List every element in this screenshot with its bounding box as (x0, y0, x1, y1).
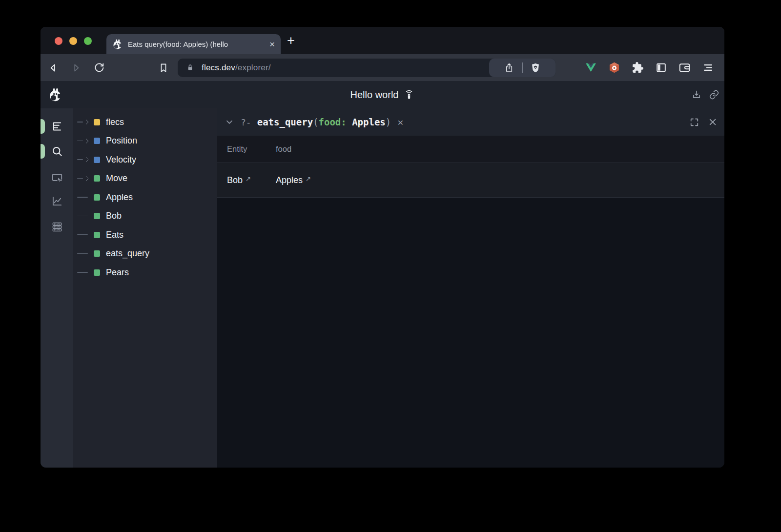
url-text: flecs.dev/explorer/ (202, 63, 271, 73)
tree-item-flecs[interactable]: flecs (73, 113, 217, 132)
results-table-row: Bob↗ Apples↗ (217, 163, 724, 198)
tree-item-label: Move (106, 173, 127, 184)
leaf-connector (77, 212, 90, 220)
results-table-header: Entity food (217, 136, 724, 163)
tree-item-label: Pears (106, 267, 129, 278)
tree-item-label: Bob (106, 211, 122, 221)
entity-color-swatch (94, 194, 100, 201)
tree-item-eats[interactable]: Eats (73, 225, 217, 245)
permalink-icon[interactable] (709, 89, 719, 100)
tree-item-label: eats_query (106, 248, 149, 259)
traffic-lights (55, 37, 92, 45)
query-param: food: (319, 117, 352, 127)
stats-chart-icon[interactable] (51, 195, 63, 207)
module-color-swatch (94, 119, 100, 125)
address-bar[interactable]: flecs.dev/explorer/ (178, 59, 555, 77)
wallet-icon[interactable] (678, 61, 691, 74)
expand-arrow-icon[interactable] (77, 156, 90, 164)
remote-connection-icon[interactable] (404, 89, 414, 101)
brave-shield-icon[interactable] (530, 62, 541, 73)
browser-window: Eats query(food: Apples) (hello × + flec… (41, 27, 724, 468)
collapse-chevron-icon[interactable] (224, 117, 235, 127)
inspector-icon[interactable] (51, 171, 63, 184)
tree-item-label: Velocity (106, 155, 136, 165)
share-icon[interactable] (504, 62, 514, 73)
flecs-favicon-icon (112, 39, 123, 50)
new-tab-button[interactable]: + (287, 33, 295, 48)
header-actions (691, 81, 719, 108)
query-prompt: ?- (241, 117, 251, 127)
extensions-area (585, 61, 714, 74)
extensions-puzzle-icon[interactable] (632, 61, 644, 74)
tree-active-indicator (41, 119, 45, 134)
tree-item-pears[interactable]: Pears (73, 263, 217, 282)
url-domain: flecs.dev (202, 63, 235, 72)
tree-item-bob[interactable]: Bob (73, 207, 217, 226)
url-path: /explorer/ (235, 63, 271, 72)
tree-item-apples[interactable]: Apples (73, 188, 217, 207)
close-panel-icon[interactable] (708, 117, 718, 127)
query-expression: eats_query(food: Apples) (257, 117, 391, 127)
component-color-swatch (94, 157, 100, 163)
download-icon[interactable] (691, 89, 702, 100)
expand-arrow-icon[interactable] (77, 118, 90, 126)
leaf-connector (77, 231, 90, 239)
fullscreen-icon[interactable] (689, 117, 699, 127)
separator (522, 62, 523, 73)
entity-color-swatch (94, 232, 100, 238)
entity-color-swatch (94, 213, 100, 219)
entity-link-apples[interactable]: Apples↗ (276, 175, 325, 185)
search-icon[interactable] (51, 145, 63, 158)
tree-item-label: Apples (106, 192, 133, 203)
minimize-window-button[interactable] (69, 37, 77, 45)
column-header-entity: Entity (227, 144, 276, 154)
bookmark-icon[interactable] (158, 62, 169, 74)
tree-item-move[interactable]: Move (73, 169, 217, 188)
back-icon[interactable] (47, 62, 59, 74)
lock-icon (185, 62, 195, 73)
query-color-swatch (94, 250, 100, 257)
tab-close-icon[interactable]: × (269, 40, 275, 49)
tab-bar: Eats query(food: Apples) (hello × + (41, 27, 724, 54)
reload-icon[interactable] (93, 62, 105, 74)
component-color-swatch (94, 138, 100, 144)
forward-icon[interactable] (70, 62, 82, 74)
query-panel-controls (689, 117, 718, 127)
entity-tree: flecs Position Velocity Move Apples (73, 108, 217, 468)
hexagon-extension-icon[interactable] (608, 61, 620, 74)
vue-devtools-icon[interactable] (585, 61, 597, 74)
tree-item-label: flecs (106, 117, 124, 127)
tree-item-velocity[interactable]: Velocity (73, 150, 217, 169)
data-tables-icon[interactable] (51, 221, 63, 233)
tree-item-label: Position (106, 136, 137, 146)
app-header: Hello world (41, 81, 724, 108)
expand-arrow-icon[interactable] (77, 175, 90, 183)
entity-link-bob[interactable]: Bob↗ (227, 175, 276, 185)
world-title: Hello world (350, 89, 399, 101)
sidebar-toggle-icon[interactable] (655, 61, 667, 74)
tree-view-icon[interactable] (51, 120, 63, 133)
leaf-connector (77, 193, 90, 201)
search-active-indicator (41, 144, 45, 159)
browser-tab[interactable]: Eats query(food: Apples) (hello × (106, 34, 281, 54)
goto-entity-icon: ↗ (306, 175, 311, 183)
left-icon-rail (41, 108, 73, 468)
browser-menu-icon[interactable] (702, 61, 714, 74)
query-name: eats_query (257, 117, 313, 127)
expand-arrow-icon[interactable] (77, 137, 90, 145)
query-panel: ?- eats_query(food: Apples) × Entity foo… (217, 108, 724, 468)
entity-color-swatch (94, 269, 100, 276)
tree-item-position[interactable]: Position (73, 132, 217, 151)
entity-color-swatch (94, 175, 100, 182)
world-title-wrap: Hello world (41, 81, 724, 108)
tree-item-eats-query[interactable]: eats_query (73, 245, 217, 264)
close-window-button[interactable] (55, 37, 62, 45)
goto-entity-icon: ↗ (246, 175, 251, 183)
omnibox-actions (489, 59, 555, 77)
tree-item-label: Eats (106, 230, 123, 240)
query-clear-icon[interactable]: × (397, 117, 403, 127)
fullscreen-window-button[interactable] (84, 37, 92, 45)
tab-title: Eats query(food: Apples) (hello (128, 40, 266, 48)
query-value: Apples (352, 117, 386, 127)
leaf-connector (77, 250, 90, 258)
